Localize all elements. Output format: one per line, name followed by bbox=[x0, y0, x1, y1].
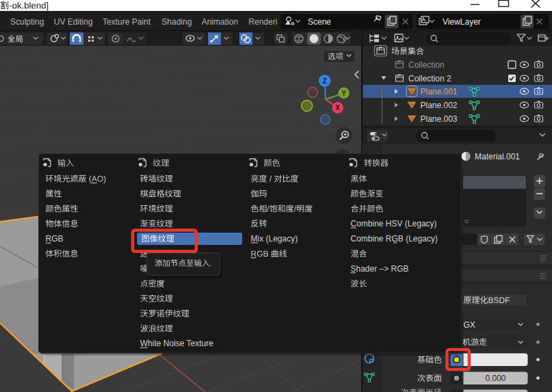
svg-text:Y: Y bbox=[341, 90, 346, 97]
svg-text:White Noise Texture: White Noise Texture bbox=[140, 339, 213, 348]
svg-text:Sculpting: Sculpting bbox=[10, 17, 44, 27]
svg-text:GX: GX bbox=[464, 320, 475, 330]
svg-text:RGB: RGB bbox=[46, 234, 64, 244]
svg-text:Collection 2: Collection 2 bbox=[408, 74, 451, 83]
svg-text:Plane.003: Plane.003 bbox=[421, 114, 458, 124]
svg-text:Plane.001: Plane.001 bbox=[421, 87, 458, 96]
svg-text:Shading: Shading bbox=[161, 17, 192, 27]
svg-text:X: X bbox=[335, 104, 340, 112]
svg-text:Renderi: Renderi bbox=[248, 17, 277, 27]
svg-text:Collection: Collection bbox=[408, 60, 445, 70]
svg-text:UV Editing: UV Editing bbox=[54, 17, 93, 27]
svg-text:ViewLayer: ViewLayer bbox=[443, 17, 481, 27]
svg-text:Shader –> RGB: Shader –> RGB bbox=[351, 264, 409, 274]
svg-text:Z: Z bbox=[323, 77, 327, 85]
svg-text:Scene: Scene bbox=[308, 17, 331, 27]
svg-text:Plane.002: Plane.002 bbox=[421, 101, 458, 110]
svg-text:Texture Paint: Texture Paint bbox=[103, 17, 151, 27]
svg-text:Mix (Legacy): Mix (Legacy) bbox=[251, 234, 298, 244]
svg-text:Combine HSV (Legacy): Combine HSV (Legacy) bbox=[351, 219, 437, 228]
svg-text:0.000: 0.000 bbox=[485, 374, 505, 383]
svg-text:Material.001: Material.001 bbox=[475, 152, 520, 161]
svg-text:Animation: Animation bbox=[202, 17, 238, 27]
svg-text:Combine RGB (Legacy): Combine RGB (Legacy) bbox=[351, 234, 438, 244]
